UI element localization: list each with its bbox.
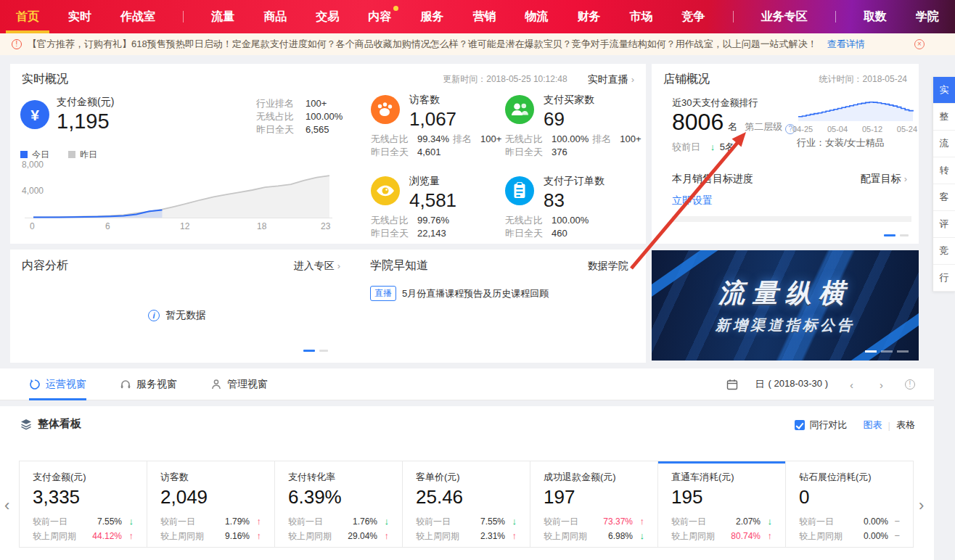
top-nav: 首页实时作战室流量商品交易内容服务营销物流财务市场竞争业务专区取数学院 <box>0 0 955 33</box>
side-tab-整[interactable]: 整 <box>933 104 955 131</box>
pager-dash-active[interactable] <box>865 350 877 353</box>
prev-date-button[interactable]: ‹ <box>845 379 858 391</box>
side-tab-流[interactable]: 流 <box>933 131 955 157</box>
card-value: 197 <box>544 486 644 508</box>
metric-card[interactable]: 直通车消耗(元)195较前一日2.07%↓较上周同期80.74%↑ <box>658 461 786 547</box>
metric-main: 支付子订单数83 <box>544 175 604 212</box>
nav-item-首页[interactable]: 首页 <box>15 1 41 33</box>
pager-dash[interactable] <box>897 350 909 353</box>
banner-subtitle: 新增渠道指标公告 <box>716 316 855 335</box>
pager-dash[interactable] <box>900 234 909 236</box>
y-tick: 4,000 <box>22 186 44 196</box>
metric-card[interactable]: 钻石展位消耗(元)0较前一日0.00%−较上周同期0.00%− <box>786 461 913 547</box>
right-anchor-strip: 实整流转客评竞行 <box>933 77 955 292</box>
nav-item-内容[interactable]: 内容 <box>366 1 393 33</box>
pager-dash-active[interactable] <box>884 234 895 236</box>
metric-card[interactable]: 支付金额(元)3,335较前一日7.55%↓较上周同期44.12%↑ <box>20 461 147 547</box>
arrow-down-icon: ↓ <box>505 514 517 529</box>
pager-dash-active[interactable] <box>303 350 315 352</box>
arrow-down-icon: ↓ <box>377 514 389 529</box>
tab-运营视窗[interactable]: 运营视窗 <box>29 368 86 400</box>
arrow-up-icon: ↑ <box>250 529 261 543</box>
compare-pct: 6.98% <box>608 529 633 543</box>
card-label: 支付转化率 <box>288 471 389 484</box>
nav-item-学院[interactable]: 学院 <box>914 1 940 33</box>
compare-label: 较上周同期 <box>160 529 204 543</box>
chevron-right-icon: › <box>337 260 340 271</box>
side-tab-实[interactable]: 实 <box>933 77 955 104</box>
calendar-icon[interactable] <box>726 379 738 390</box>
metric-value: 83 <box>544 189 604 212</box>
promo-banner[interactable]: 流量纵横 新增渠道指标公告 <box>652 250 919 361</box>
side-tab-竞[interactable]: 竞 <box>933 238 955 265</box>
nav-item-财务[interactable]: 财务 <box>576 1 602 33</box>
data-academy-label: 数据学院 <box>588 260 628 271</box>
academy-list-item[interactable]: 直播 5月份直播课程预告及历史课程回顾 <box>370 286 549 301</box>
nav-item-竞争[interactable]: 竞争 <box>681 1 707 33</box>
metric-stats-line1: 无线占比100.00%排名100+ <box>505 133 645 146</box>
enter-zone-link[interactable]: 进入专区› <box>294 260 340 273</box>
pager-dash[interactable] <box>881 350 893 353</box>
stat-value: 100.00% <box>552 133 589 144</box>
date-value: ( 2018-03-30 ) <box>768 378 828 391</box>
card-compare-row: 较上周同期2.31%↑ <box>416 529 517 543</box>
notice-detail-link[interactable]: 查看详情 <box>827 38 865 51</box>
nav-item-服务[interactable]: 服务 <box>419 1 445 33</box>
info-icon[interactable]: ! <box>905 379 915 390</box>
metric-stats-line1: 无线占比99.34%排名100+ <box>371 133 505 146</box>
card-compare-row: 较上周同期80.74%↑ <box>671 529 772 543</box>
side-tab-转[interactable]: 转 <box>933 157 955 184</box>
date-selector[interactable]: 日 ( 2018-03-30 ) <box>755 378 828 391</box>
compare-label: 较上周同期 <box>33 529 76 543</box>
realtime-overview-panel: 实时概况 更新时间：2018-05-25 10:12:48 实时直播› ¥ 支付… <box>10 64 646 244</box>
tab-管理视窗[interactable]: 管理视窗 <box>210 368 268 400</box>
nav-item-物流[interactable]: 物流 <box>523 1 549 33</box>
nav-item-商品[interactable]: 商品 <box>262 1 288 33</box>
metric-card[interactable]: 访客数2,049较前一日1.79%↑较上周同期9.16%↑ <box>147 461 275 547</box>
nav-item-实时[interactable]: 实时 <box>67 1 93 33</box>
scroll-left-button[interactable]: ‹ <box>4 496 9 515</box>
compare-label: 较前一日 <box>160 514 195 529</box>
compare-checkbox[interactable] <box>795 420 805 430</box>
metric-card[interactable]: 成功退款金额(元)197较前一日73.37%↑较上周同期6.98%↓ <box>530 461 658 547</box>
side-tab-行[interactable]: 行 <box>933 265 955 292</box>
tab-服务视窗[interactable]: 服务视窗 <box>120 368 177 400</box>
configure-goal-label: 配置目标 <box>861 173 901 184</box>
stat-value: 100.00% <box>552 215 589 226</box>
set-now-link[interactable]: 立即设置 <box>672 194 713 207</box>
chart-view-toggle[interactable]: 图表 <box>864 419 882 432</box>
scroll-right-button[interactable]: › <box>919 496 924 515</box>
metric-card[interactable]: 客单价(元)25.46较前一日7.55%↓较上周同期2.31%↑ <box>403 461 530 547</box>
legend-label: 昨日 <box>80 149 97 160</box>
tab-label: 管理视窗 <box>227 378 268 391</box>
side-tab-评[interactable]: 评 <box>933 211 955 238</box>
realtime-metrics-grid: 访客数1,067无线占比99.34%排名100+昨日全天4,601支付买家数69… <box>371 93 646 238</box>
empty-text: 暂无数据 <box>165 309 206 322</box>
configure-goal-link[interactable]: 配置目标› <box>861 173 907 186</box>
close-icon[interactable]: × <box>914 39 925 49</box>
nav-item-交易[interactable]: 交易 <box>314 1 340 33</box>
side-tab-客[interactable]: 客 <box>933 184 955 211</box>
overall-board-panel: 整体看板 同行对比 图表 | 表格 支付金额(元)3,335较前一日7.55%↓… <box>0 406 934 560</box>
card-label: 客单价(元) <box>416 471 517 484</box>
stat-value: 99.34% <box>417 133 449 144</box>
nav-item-市场[interactable]: 市场 <box>628 1 655 33</box>
next-date-button[interactable]: › <box>875 379 888 391</box>
rank-sparkline-chart <box>797 96 916 122</box>
metric-card[interactable]: 支付转化率6.39%较前一日1.76%↓较上周同期29.04%↑ <box>275 461 403 547</box>
nav-item-作战室[interactable]: 作战室 <box>119 1 157 33</box>
nav-item-营销[interactable]: 营销 <box>471 1 497 33</box>
compare-label: 较上周同期 <box>671 529 715 543</box>
stat-label: 昨日全天 <box>256 123 300 136</box>
nav-item-业务专区[interactable]: 业务专区 <box>760 1 809 33</box>
nav-item-流量[interactable]: 流量 <box>210 1 236 33</box>
compare-pct: 73.37% <box>603 514 633 529</box>
table-view-toggle[interactable]: 表格 <box>896 419 915 432</box>
data-academy-link[interactable]: 数据学院› <box>588 260 634 273</box>
metric-cards-row: 支付金额(元)3,335较前一日7.55%↓较上周同期44.12%↑访客数2,0… <box>19 461 914 548</box>
clipboard-icon <box>505 176 534 205</box>
realtime-live-link[interactable]: 实时直播› <box>588 73 634 86</box>
pager-dash[interactable] <box>319 350 328 352</box>
nav-item-取数[interactable]: 取数 <box>862 1 888 33</box>
card-value: 2,049 <box>160 486 261 508</box>
